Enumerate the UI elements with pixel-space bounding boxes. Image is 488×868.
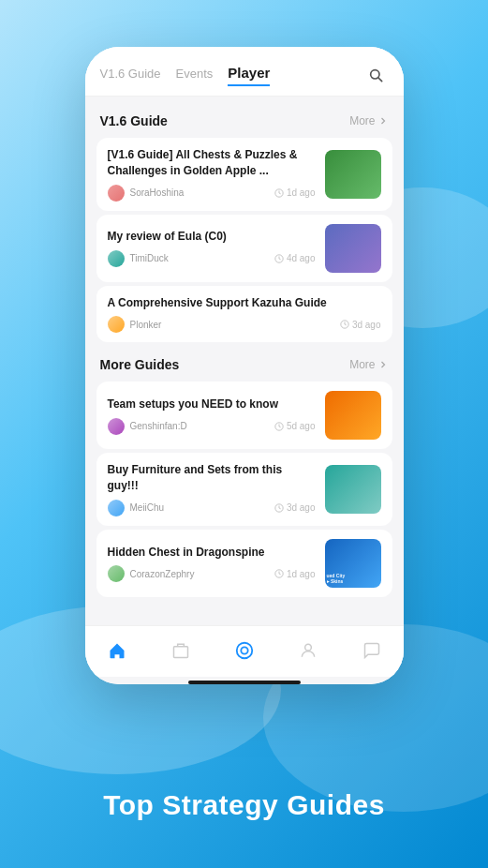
guide-card-5-content: Buy Furniture and Sets from this guy!!! …	[108, 462, 316, 516]
avatar-6	[108, 565, 125, 582]
thumb-6: ued City ▸ Skins	[325, 539, 381, 588]
guide-title-2: My review of Eula (C0)	[108, 229, 316, 245]
time-3: 3d ago	[340, 320, 381, 330]
thumb-team-img	[325, 391, 381, 440]
time-2: 4d ago	[274, 253, 316, 263]
time-4: 5d ago	[274, 421, 316, 431]
avatar-2	[108, 250, 125, 267]
avatar-3	[108, 316, 125, 333]
time-5: 3d ago	[274, 502, 316, 513]
guide-card-5[interactable]: Buy Furniture and Sets from this guy!!! …	[96, 453, 392, 526]
tab-recommended[interactable]: V1.6 Guide	[100, 67, 161, 84]
author-5: MeiiChu	[130, 502, 165, 513]
thumb-4	[325, 391, 381, 440]
guide-title-6: Hidden Chest in Dragonspine	[108, 545, 316, 561]
svg-rect-8	[173, 647, 187, 658]
tab-events[interactable]: Events	[176, 67, 214, 84]
section-header-v16: V1.6 Guide More	[85, 104, 404, 134]
section-title-more: More Guides	[100, 357, 180, 372]
guide-card-1[interactable]: [V1.6 Guide] All Chests & Puzzles & Chal…	[96, 138, 392, 211]
guide-title-3: A Comprehensive Support Kazuha Guide	[108, 295, 381, 311]
guide-meta-3: Plonker 3d ago	[108, 316, 381, 333]
time-1: 1d ago	[274, 187, 316, 198]
svg-line-1	[378, 78, 382, 82]
bottom-nav-profile[interactable]	[289, 634, 327, 667]
bottom-nav-store[interactable]	[162, 634, 200, 667]
guide-meta-5: MeiiChu 3d ago	[108, 500, 316, 516]
section-title-v16: V1.6 Guide	[100, 113, 168, 128]
thumb-outdoor-img	[325, 465, 381, 514]
bottom-nav-chat[interactable]	[353, 634, 391, 667]
content-area: V1.6 Guide More [V1.6 Guide] All Chests …	[85, 97, 404, 625]
guide-meta-1: SoraHoshina 1d ago	[108, 185, 316, 202]
author-1: SoraHoshina	[130, 187, 185, 198]
guide-title-4: Team setups you NEED to know	[108, 397, 316, 412]
avatar-5	[108, 500, 125, 516]
avatar-1	[108, 185, 125, 202]
guide-meta-4: Genshinfan:D 5d ago	[108, 418, 316, 435]
avatar-4	[108, 418, 125, 435]
guide-card-2-content: My review of Eula (C0) TimiDuck 4d ago	[108, 229, 316, 267]
author-2: TimiDuck	[130, 253, 169, 263]
time-6: 1d ago	[274, 569, 316, 579]
nav-tabs-bar: V1.6 Guide Events Player	[85, 47, 404, 97]
section-header-more: More Guides More	[85, 348, 404, 378]
guide-title-5: Buy Furniture and Sets from this guy!!!	[108, 462, 316, 494]
bottom-nav-circle[interactable]	[226, 634, 263, 667]
tab-player[interactable]: Player	[228, 65, 270, 86]
guide-card-1-content: [V1.6 Guide] All Chests & Puzzles & Chal…	[108, 147, 316, 202]
thumb-forest-img	[325, 150, 381, 199]
search-button[interactable]	[362, 62, 389, 88]
guide-card-3[interactable]: A Comprehensive Support Kazuha Guide Plo…	[96, 286, 392, 343]
thumb-2	[325, 224, 381, 273]
more-button-v16[interactable]: More	[349, 114, 388, 127]
guide-card-4[interactable]: Team setups you NEED to know Genshinfan:…	[96, 382, 392, 449]
phone-screen: V1.6 Guide Events Player V1.6 Guide More	[85, 47, 404, 684]
guide-meta-6: CorazonZephry 1d ago	[108, 565, 316, 582]
svg-point-10	[241, 647, 247, 653]
guide-meta-2: TimiDuck 4d ago	[108, 250, 316, 267]
bottom-nav-bar	[85, 625, 404, 677]
author-6: CorazonZephry	[130, 569, 195, 579]
more-label-v16: More	[349, 114, 375, 127]
svg-point-9	[236, 643, 252, 659]
author-3: Plonker	[130, 320, 162, 330]
guide-card-4-content: Team setups you NEED to know Genshinfan:…	[108, 397, 316, 435]
guide-card-6[interactable]: Hidden Chest in Dragonspine CorazonZephr…	[96, 530, 392, 597]
bottom-tagline: Top Strategy Guides	[0, 789, 488, 821]
guide-card-2[interactable]: My review of Eula (C0) TimiDuck 4d ago	[96, 215, 392, 282]
thumb-1	[325, 150, 381, 199]
thumb-char-img	[325, 224, 381, 273]
more-button-more[interactable]: More	[349, 358, 388, 371]
home-indicator	[188, 681, 301, 684]
more-label-more: More	[349, 358, 375, 371]
svg-point-11	[304, 644, 311, 651]
thumb-5	[325, 465, 381, 514]
guide-card-6-content: Hidden Chest in Dragonspine CorazonZephr…	[108, 545, 316, 583]
author-4: Genshinfan:D	[130, 421, 187, 431]
guide-title-1: [V1.6 Guide] All Chests & Puzzles & Chal…	[108, 147, 316, 179]
phone-frame: V1.6 Guide Events Player V1.6 Guide More	[85, 47, 404, 684]
thumb-city-img: ued City ▸ Skins	[325, 539, 381, 588]
bottom-nav-home[interactable]	[98, 634, 136, 667]
